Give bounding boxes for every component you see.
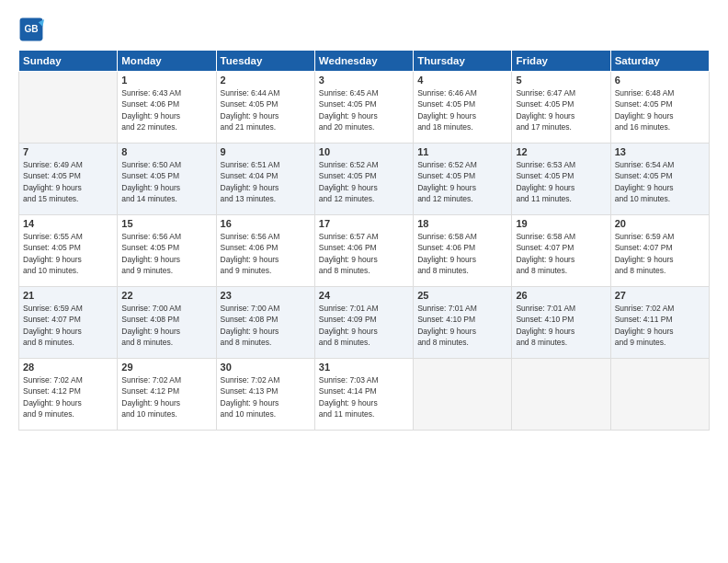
- day-info: Sunrise: 6:56 AM Sunset: 4:06 PM Dayligh…: [221, 231, 311, 276]
- day-info: Sunrise: 6:59 AM Sunset: 4:07 PM Dayligh…: [23, 303, 113, 348]
- day-info: Sunrise: 6:51 AM Sunset: 4:04 PM Dayligh…: [221, 159, 311, 204]
- calendar-cell: 23Sunrise: 7:00 AM Sunset: 4:08 PM Dayli…: [216, 287, 314, 359]
- day-number: 13: [615, 146, 705, 157]
- calendar-cell: 12Sunrise: 6:53 AM Sunset: 4:05 PM Dayli…: [512, 144, 610, 215]
- day-number: 17: [319, 218, 409, 229]
- weekday-header: Friday: [512, 51, 610, 72]
- day-number: 14: [23, 218, 113, 229]
- calendar-cell: 28Sunrise: 7:02 AM Sunset: 4:12 PM Dayli…: [19, 359, 118, 431]
- day-number: 29: [121, 362, 211, 373]
- day-number: 25: [417, 290, 507, 301]
- calendar-cell: 5Sunrise: 6:47 AM Sunset: 4:05 PM Daylig…: [512, 72, 610, 144]
- day-info: Sunrise: 7:01 AM Sunset: 4:09 PM Dayligh…: [319, 303, 409, 348]
- day-info: Sunrise: 6:59 AM Sunset: 4:07 PM Dayligh…: [615, 231, 705, 276]
- day-info: Sunrise: 7:01 AM Sunset: 4:10 PM Dayligh…: [417, 303, 507, 348]
- weekday-header: Saturday: [610, 51, 709, 72]
- weekday-header: Wednesday: [314, 51, 413, 72]
- calendar-cell: 14Sunrise: 6:55 AM Sunset: 4:05 PM Dayli…: [19, 215, 118, 287]
- calendar-cell: 16Sunrise: 6:56 AM Sunset: 4:06 PM Dayli…: [216, 215, 314, 287]
- day-info: Sunrise: 7:02 AM Sunset: 4:12 PM Dayligh…: [23, 374, 113, 419]
- calendar-cell: 25Sunrise: 7:01 AM Sunset: 4:10 PM Dayli…: [414, 287, 512, 359]
- calendar-cell: 3Sunrise: 6:45 AM Sunset: 4:05 PM Daylig…: [314, 72, 413, 144]
- day-info: Sunrise: 6:43 AM Sunset: 4:06 PM Dayligh…: [121, 87, 211, 132]
- calendar-cell: 7Sunrise: 6:49 AM Sunset: 4:05 PM Daylig…: [19, 144, 118, 215]
- day-number: 2: [221, 75, 311, 86]
- calendar-cell: 6Sunrise: 6:48 AM Sunset: 4:05 PM Daylig…: [610, 72, 709, 144]
- day-info: Sunrise: 6:52 AM Sunset: 4:05 PM Dayligh…: [319, 159, 409, 204]
- weekday-header: Thursday: [414, 51, 512, 72]
- calendar-cell: 29Sunrise: 7:02 AM Sunset: 4:12 PM Dayli…: [118, 359, 216, 431]
- day-number: 8: [121, 146, 211, 157]
- day-info: Sunrise: 6:58 AM Sunset: 4:06 PM Dayligh…: [417, 231, 507, 276]
- day-number: 11: [417, 146, 507, 157]
- calendar-cell: 31Sunrise: 7:03 AM Sunset: 4:14 PM Dayli…: [314, 359, 413, 431]
- day-info: Sunrise: 6:44 AM Sunset: 4:05 PM Dayligh…: [221, 87, 311, 132]
- day-number: 19: [516, 218, 606, 229]
- day-info: Sunrise: 7:00 AM Sunset: 4:08 PM Dayligh…: [121, 303, 211, 348]
- calendar-cell: 13Sunrise: 6:54 AM Sunset: 4:05 PM Dayli…: [610, 144, 709, 215]
- day-info: Sunrise: 6:54 AM Sunset: 4:05 PM Dayligh…: [615, 159, 705, 204]
- day-number: 4: [417, 75, 507, 86]
- day-number: 24: [319, 290, 409, 301]
- day-number: 23: [221, 290, 311, 301]
- calendar-cell: 8Sunrise: 6:50 AM Sunset: 4:05 PM Daylig…: [118, 144, 216, 215]
- day-number: 6: [615, 75, 705, 86]
- day-number: 16: [221, 218, 311, 229]
- day-info: Sunrise: 7:03 AM Sunset: 4:14 PM Dayligh…: [319, 374, 409, 419]
- day-number: 3: [319, 75, 409, 86]
- logo: GB: [18, 17, 48, 42]
- day-info: Sunrise: 6:56 AM Sunset: 4:05 PM Dayligh…: [121, 231, 211, 276]
- day-info: Sunrise: 6:47 AM Sunset: 4:05 PM Dayligh…: [516, 87, 606, 132]
- day-number: 26: [516, 290, 606, 301]
- calendar-cell: 1Sunrise: 6:43 AM Sunset: 4:06 PM Daylig…: [118, 72, 216, 144]
- weekday-header: Monday: [118, 51, 216, 72]
- day-info: Sunrise: 7:00 AM Sunset: 4:08 PM Dayligh…: [221, 303, 311, 348]
- day-number: 20: [615, 218, 705, 229]
- calendar-cell: [414, 359, 512, 431]
- calendar-cell: 2Sunrise: 6:44 AM Sunset: 4:05 PM Daylig…: [216, 72, 314, 144]
- day-info: Sunrise: 6:53 AM Sunset: 4:05 PM Dayligh…: [516, 159, 606, 204]
- calendar-cell: 19Sunrise: 6:58 AM Sunset: 4:07 PM Dayli…: [512, 215, 610, 287]
- day-number: 28: [23, 362, 113, 373]
- calendar-cell: [610, 359, 709, 431]
- day-info: Sunrise: 7:02 AM Sunset: 4:13 PM Dayligh…: [221, 374, 311, 419]
- calendar-cell: 20Sunrise: 6:59 AM Sunset: 4:07 PM Dayli…: [610, 215, 709, 287]
- calendar-cell: [19, 72, 118, 144]
- day-number: 30: [221, 362, 311, 373]
- day-number: 7: [23, 146, 113, 157]
- day-number: 21: [23, 290, 113, 301]
- day-info: Sunrise: 7:01 AM Sunset: 4:10 PM Dayligh…: [516, 303, 606, 348]
- day-number: 1: [121, 75, 211, 86]
- day-info: Sunrise: 6:49 AM Sunset: 4:05 PM Dayligh…: [23, 159, 113, 204]
- day-number: 10: [319, 146, 409, 157]
- calendar-cell: 9Sunrise: 6:51 AM Sunset: 4:04 PM Daylig…: [216, 144, 314, 215]
- calendar-cell: 15Sunrise: 6:56 AM Sunset: 4:05 PM Dayli…: [118, 215, 216, 287]
- day-number: 31: [319, 362, 409, 373]
- day-info: Sunrise: 6:58 AM Sunset: 4:07 PM Dayligh…: [516, 231, 606, 276]
- day-info: Sunrise: 6:50 AM Sunset: 4:05 PM Dayligh…: [121, 159, 211, 204]
- day-number: 15: [121, 218, 211, 229]
- day-info: Sunrise: 7:02 AM Sunset: 4:11 PM Dayligh…: [615, 303, 705, 348]
- calendar-cell: 24Sunrise: 7:01 AM Sunset: 4:09 PM Dayli…: [314, 287, 413, 359]
- day-info: Sunrise: 6:48 AM Sunset: 4:05 PM Dayligh…: [615, 87, 705, 132]
- logo-icon: GB: [18, 17, 44, 42]
- day-number: 27: [615, 290, 705, 301]
- weekday-header: Sunday: [19, 51, 118, 72]
- calendar-cell: 11Sunrise: 6:52 AM Sunset: 4:05 PM Dayli…: [414, 144, 512, 215]
- svg-text:GB: GB: [24, 24, 38, 34]
- calendar-cell: 22Sunrise: 7:00 AM Sunset: 4:08 PM Dayli…: [118, 287, 216, 359]
- day-info: Sunrise: 6:55 AM Sunset: 4:05 PM Dayligh…: [23, 231, 113, 276]
- day-number: 22: [121, 290, 211, 301]
- weekday-header: Tuesday: [216, 51, 314, 72]
- day-info: Sunrise: 6:52 AM Sunset: 4:05 PM Dayligh…: [417, 159, 507, 204]
- day-number: 12: [516, 146, 606, 157]
- calendar-cell: 27Sunrise: 7:02 AM Sunset: 4:11 PM Dayli…: [610, 287, 709, 359]
- calendar-cell: 26Sunrise: 7:01 AM Sunset: 4:10 PM Dayli…: [512, 287, 610, 359]
- calendar-cell: 21Sunrise: 6:59 AM Sunset: 4:07 PM Dayli…: [19, 287, 118, 359]
- day-number: 18: [417, 218, 507, 229]
- calendar-cell: 30Sunrise: 7:02 AM Sunset: 4:13 PM Dayli…: [216, 359, 314, 431]
- day-info: Sunrise: 6:46 AM Sunset: 4:05 PM Dayligh…: [417, 87, 507, 132]
- calendar-table: SundayMondayTuesdayWednesdayThursdayFrid…: [18, 50, 710, 431]
- day-info: Sunrise: 6:57 AM Sunset: 4:06 PM Dayligh…: [319, 231, 409, 276]
- calendar-cell: 17Sunrise: 6:57 AM Sunset: 4:06 PM Dayli…: [314, 215, 413, 287]
